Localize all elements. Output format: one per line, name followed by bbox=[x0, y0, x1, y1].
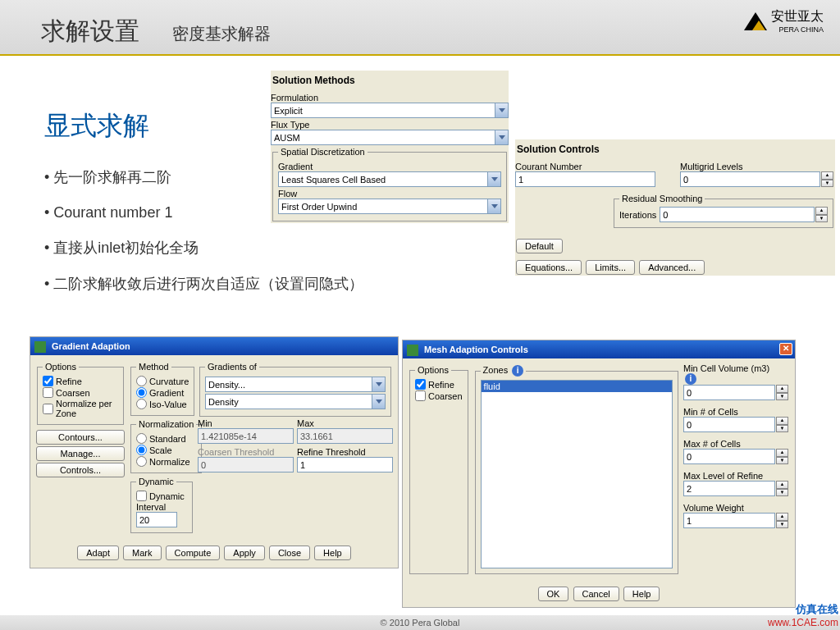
spatial-discretization-group: Spatial Discretization Gradient Flow bbox=[272, 147, 507, 221]
help-button[interactable]: Help bbox=[314, 546, 351, 560]
gradient-adaption-dialog: Gradient Adaption Options Refine Coarsen… bbox=[30, 336, 399, 568]
rth-label: Refine Threshold bbox=[297, 447, 366, 457]
coarsen-checkbox[interactable] bbox=[43, 387, 53, 398]
titlebar[interactable]: Gradient Adaption bbox=[30, 337, 398, 355]
maxnum-label: Max # of Cells bbox=[683, 439, 775, 449]
normalize-radio[interactable] bbox=[136, 456, 147, 467]
mark-button[interactable]: Mark bbox=[123, 546, 161, 560]
normalize-checkbox[interactable] bbox=[43, 404, 53, 414]
gradient-radio[interactable] bbox=[136, 387, 147, 398]
chevron-down-icon[interactable] bbox=[372, 395, 385, 409]
spinner-icon[interactable]: ▲▼ bbox=[776, 385, 788, 400]
grads-combo-1[interactable] bbox=[205, 377, 386, 392]
watermark-cn: 仿真在线 bbox=[768, 602, 838, 617]
chevron-down-icon[interactable] bbox=[495, 130, 508, 144]
apply-button[interactable]: Apply bbox=[224, 546, 265, 560]
iterations-input[interactable] bbox=[660, 207, 815, 222]
flow-value[interactable] bbox=[278, 199, 501, 214]
close-button[interactable]: Close bbox=[269, 546, 310, 560]
norm-legend: Normalization bbox=[136, 419, 196, 429]
zone-item-selected[interactable]: fluid bbox=[482, 381, 672, 392]
manage-button[interactable]: Manage... bbox=[36, 446, 125, 461]
courant-label: Courant Number bbox=[515, 162, 582, 171]
zones-listbox[interactable]: fluid bbox=[481, 380, 673, 568]
mesh-adaption-dialog: Mesh Adaption Controls ✕ Options Refine … bbox=[402, 340, 796, 608]
spatial-legend: Spatial Discretization bbox=[278, 147, 368, 157]
cth-label: Coarsen Threshold bbox=[198, 447, 274, 457]
chevron-down-icon[interactable] bbox=[495, 103, 508, 117]
grads-combo-2[interactable] bbox=[205, 394, 386, 409]
title-sub: 密度基求解器 bbox=[172, 23, 271, 45]
spinner-icon[interactable]: ▲▼ bbox=[776, 449, 788, 464]
spinner-icon[interactable]: ▲▼ bbox=[776, 513, 788, 528]
limits-button[interactable]: Limits... bbox=[586, 260, 635, 275]
title-main: 求解设置 bbox=[41, 15, 139, 48]
method-legend: Method bbox=[136, 362, 171, 372]
solution-methods-panel: Solution Methods Formulation Flux Type S… bbox=[271, 71, 509, 223]
copyright: © 2010 Pera Global bbox=[381, 618, 460, 628]
spinner-icon[interactable]: ▲▼ bbox=[776, 417, 788, 432]
maxlvl-input[interactable] bbox=[683, 481, 775, 496]
watermark-en: www.1CAE.com bbox=[768, 617, 838, 628]
advanced-button[interactable]: Advanced... bbox=[639, 260, 705, 275]
options-legend: Options bbox=[43, 362, 79, 372]
courant-input[interactable] bbox=[515, 171, 655, 187]
chevron-down-icon[interactable] bbox=[487, 172, 500, 186]
chevron-down-icon[interactable] bbox=[487, 199, 500, 213]
compute-button[interactable]: Compute bbox=[166, 546, 221, 560]
formulation-value[interactable] bbox=[271, 103, 509, 118]
standard-radio[interactable] bbox=[136, 433, 147, 444]
maxnum-input[interactable] bbox=[683, 449, 775, 464]
equations-button[interactable]: Equations... bbox=[516, 260, 582, 275]
isovalue-radio[interactable] bbox=[136, 399, 147, 409]
volw-label: Volume Weight bbox=[683, 503, 775, 513]
contours-button[interactable]: Contours... bbox=[36, 430, 125, 445]
mincell-input[interactable] bbox=[683, 385, 775, 400]
close-icon[interactable]: ✕ bbox=[779, 343, 792, 355]
gradient-combo[interactable] bbox=[278, 171, 501, 187]
minnum-input[interactable] bbox=[683, 417, 775, 432]
formulation-combo[interactable] bbox=[271, 103, 509, 118]
help-button[interactable]: Help bbox=[623, 587, 660, 601]
gradients-group: Gradients of bbox=[199, 362, 391, 417]
grads-legend: Gradients of bbox=[205, 362, 259, 372]
coarsen-label: Coarsen bbox=[56, 388, 90, 398]
dynamic-checkbox[interactable] bbox=[136, 491, 147, 501]
dialog-title: Mesh Adaption Controls bbox=[424, 345, 528, 354]
ok-button[interactable]: OK bbox=[538, 587, 569, 601]
spinner-icon[interactable]: ▲▼ bbox=[815, 207, 828, 222]
chevron-down-icon[interactable] bbox=[372, 377, 385, 391]
spinner-icon[interactable]: ▲▼ bbox=[821, 171, 833, 187]
formulation-label: Formulation bbox=[271, 93, 318, 103]
refine-checkbox[interactable] bbox=[415, 379, 426, 390]
watermark: 仿真在线 www.1CAE.com bbox=[768, 602, 838, 628]
footer: © 2010 Pera Global bbox=[0, 615, 840, 630]
logo: 安世亚太 PERA CHINA bbox=[744, 8, 824, 34]
spinner-icon[interactable]: ▲▼ bbox=[776, 481, 788, 496]
cancel-button[interactable]: Cancel bbox=[573, 587, 619, 601]
refine-checkbox[interactable] bbox=[43, 376, 53, 386]
interval-input[interactable] bbox=[136, 512, 177, 527]
info-icon[interactable]: i bbox=[512, 365, 523, 377]
flux-combo[interactable] bbox=[271, 130, 509, 145]
normalize-label: Normalize per Zone bbox=[56, 399, 118, 418]
flow-combo[interactable] bbox=[278, 199, 501, 214]
default-button[interactable]: Default bbox=[516, 239, 563, 253]
flux-value[interactable] bbox=[271, 130, 509, 145]
adapt-button[interactable]: Adapt bbox=[77, 546, 119, 560]
residual-smoothing-group: Residual Smoothing Iterations ▲▼ bbox=[614, 194, 833, 228]
controls-button[interactable]: Controls... bbox=[36, 463, 125, 477]
multigrid-input[interactable] bbox=[680, 171, 820, 187]
coarsen-checkbox[interactable] bbox=[415, 390, 426, 401]
curvature-radio[interactable] bbox=[136, 376, 147, 386]
scale-radio[interactable] bbox=[136, 445, 147, 455]
volw-input[interactable] bbox=[683, 513, 775, 528]
info-icon[interactable]: i bbox=[685, 373, 696, 385]
panel-title: Solution Methods bbox=[272, 75, 509, 86]
slide-header: 求解设置 密度基求解器 安世亚太 PERA CHINA bbox=[0, 0, 840, 56]
interval-label: Interval bbox=[136, 502, 166, 512]
rth-input[interactable] bbox=[297, 457, 393, 472]
gradient-value[interactable] bbox=[278, 171, 501, 187]
bullet-item: 直接从inlet初始化全场 bbox=[44, 231, 363, 266]
titlebar[interactable]: Mesh Adaption Controls ✕ bbox=[403, 340, 795, 358]
